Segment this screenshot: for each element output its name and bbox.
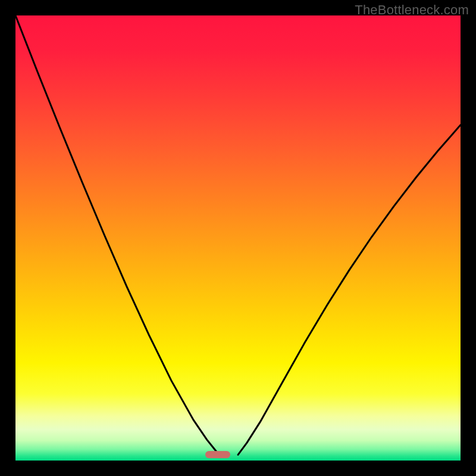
bottleneck-curves — [15, 15, 461, 461]
bottleneck-marker — [205, 451, 230, 458]
chart-frame: TheBottleneck.com — [0, 0, 476, 476]
left-curve — [15, 15, 219, 455]
plot-area — [15, 15, 461, 461]
right-curve — [238, 125, 461, 455]
